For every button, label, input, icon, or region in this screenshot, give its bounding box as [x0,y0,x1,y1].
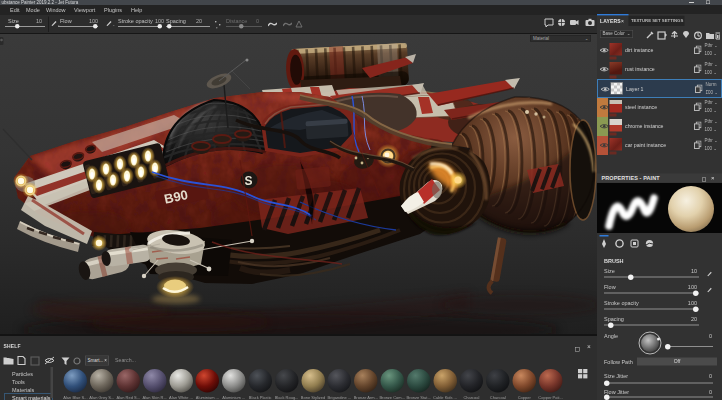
svg-text:S: S [245,174,253,188]
